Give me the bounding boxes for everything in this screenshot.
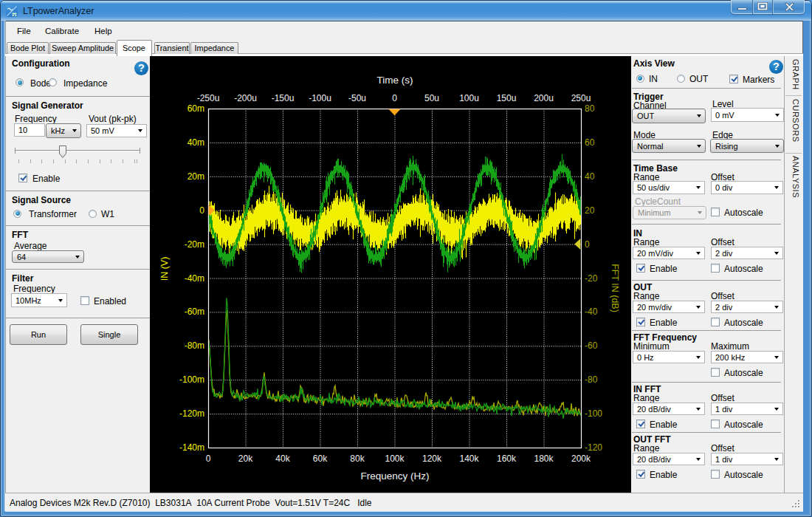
svg-text:-100m: -100m xyxy=(179,374,204,385)
svg-text:-20m: -20m xyxy=(185,239,204,250)
svg-text:80k: 80k xyxy=(350,453,365,464)
svg-text:-100: -100 xyxy=(585,408,602,419)
svg-text:40m: 40m xyxy=(187,137,204,148)
svg-text:40: 40 xyxy=(585,171,595,182)
svg-text:0: 0 xyxy=(206,453,211,464)
svg-text:-50u: -50u xyxy=(348,93,366,103)
svg-text:20: 20 xyxy=(585,205,595,216)
svg-text:160k: 160k xyxy=(497,453,517,464)
svg-text:IN (V): IN (V) xyxy=(159,257,170,281)
svg-text:200u: 200u xyxy=(534,93,554,103)
svg-text:60k: 60k xyxy=(313,453,328,464)
svg-text:-40m: -40m xyxy=(185,273,204,284)
svg-text:100k: 100k xyxy=(385,453,405,464)
svg-text:-120m: -120m xyxy=(179,408,204,419)
svg-text:Frequency (Hz): Frequency (Hz) xyxy=(360,470,429,482)
svg-text:-120: -120 xyxy=(585,442,602,453)
svg-text:60: 60 xyxy=(585,137,595,148)
svg-text:180k: 180k xyxy=(534,453,554,464)
svg-text:-20: -20 xyxy=(585,273,598,284)
svg-text:80: 80 xyxy=(585,103,595,114)
svg-text:-80m: -80m xyxy=(185,340,204,351)
svg-text:-80: -80 xyxy=(585,374,598,385)
svg-text:20k: 20k xyxy=(238,453,253,464)
svg-text:60m: 60m xyxy=(187,103,204,114)
svg-text:Time (s): Time (s) xyxy=(377,75,413,86)
svg-text:-60m: -60m xyxy=(185,307,204,317)
svg-text:50u: 50u xyxy=(424,93,439,103)
svg-text:-100u: -100u xyxy=(309,93,331,103)
svg-text:-250u: -250u xyxy=(197,93,220,103)
svg-text:0: 0 xyxy=(392,93,397,103)
svg-text:120k: 120k xyxy=(422,453,442,464)
svg-text:-140m: -140m xyxy=(179,442,204,453)
svg-text:150u: 150u xyxy=(497,93,517,103)
svg-text:20m: 20m xyxy=(187,171,204,182)
svg-text:-60: -60 xyxy=(585,340,598,351)
svg-text:-40: -40 xyxy=(585,307,598,317)
svg-text:0: 0 xyxy=(199,205,204,216)
svg-text:0: 0 xyxy=(585,239,590,250)
svg-text:100u: 100u xyxy=(459,93,479,103)
svg-text:140k: 140k xyxy=(459,453,479,464)
svg-text:40k: 40k xyxy=(275,453,290,464)
svg-text:-150u: -150u xyxy=(272,93,295,103)
svg-text:250u: 250u xyxy=(571,93,591,103)
svg-text:-200u: -200u xyxy=(234,93,257,103)
svg-text:200k: 200k xyxy=(571,453,591,464)
svg-text:FFT IN (dB): FFT IN (dB) xyxy=(610,264,620,312)
